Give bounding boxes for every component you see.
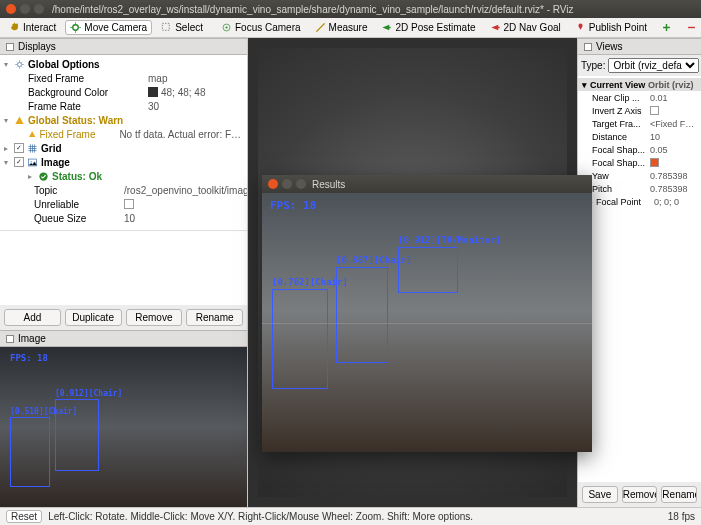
nav-goal-tool[interactable]: 2D Nav Goal — [485, 20, 566, 35]
hand-icon — [9, 22, 20, 33]
duplicate-button[interactable]: Duplicate — [65, 309, 122, 326]
interact-tool[interactable]: Interact — [4, 20, 61, 35]
results-title: Results — [312, 179, 345, 190]
window-maximize-button[interactable] — [34, 4, 44, 14]
displays-tree[interactable]: ▾Global Options Fixed Framemap Backgroun… — [0, 55, 247, 230]
views-tree[interactable]: ▾Current ViewOrbit (rviz) Near Clip ...0… — [578, 76, 701, 482]
results-minimize-button[interactable] — [282, 179, 292, 189]
ok-icon — [38, 171, 49, 182]
panel-toggle-icon — [584, 43, 592, 51]
minus-icon — [686, 22, 697, 33]
views-type-label: Type: — [581, 60, 605, 71]
pin-icon — [575, 22, 586, 33]
image-panel-view: FPS: 18 [0.912][Chair] [0.510][Chair] — [0, 347, 247, 507]
gear-icon — [14, 59, 25, 70]
grid-checkbox[interactable] — [14, 143, 24, 153]
grid-icon — [27, 143, 38, 154]
warning-icon — [14, 115, 25, 126]
svg-point-3 — [225, 26, 227, 28]
results-maximize-button[interactable] — [296, 179, 306, 189]
toolbar-add-button[interactable] — [656, 20, 677, 35]
reset-button[interactable]: Reset — [6, 510, 42, 523]
select-icon — [161, 22, 172, 33]
plus-icon — [661, 22, 672, 33]
detection-box — [272, 289, 328, 389]
image-icon — [27, 157, 38, 168]
move-camera-tool[interactable]: Move Camera — [65, 20, 152, 35]
unreliable-checkbox[interactable] — [124, 199, 134, 209]
move-camera-icon — [70, 22, 81, 33]
select-tool[interactable]: Select — [156, 20, 208, 35]
arrow-red-icon — [490, 22, 501, 33]
arrow-green-icon — [381, 22, 392, 33]
panel-toggle-icon — [6, 43, 14, 51]
window-minimize-button[interactable] — [20, 4, 30, 14]
image-panel-header[interactable]: Image — [0, 330, 247, 347]
views-type-select[interactable]: Orbit (rviz_defa — [608, 58, 699, 73]
views-save-button[interactable]: Save — [582, 486, 618, 503]
add-button[interactable]: Add — [4, 309, 61, 326]
image-checkbox[interactable] — [14, 157, 24, 167]
invert-z-checkbox[interactable] — [650, 106, 659, 115]
window-title: /home/intel/ros2_overlay_ws/install/dyna… — [52, 4, 574, 15]
status-hint: Left-Click: Rotate. Middle-Click: Move X… — [48, 511, 473, 522]
detection-box — [398, 247, 458, 293]
panel-toggle-icon — [6, 335, 14, 343]
window-close-button[interactable] — [6, 4, 16, 14]
views-remove-button[interactable]: Remove — [622, 486, 658, 503]
remove-button[interactable]: Remove — [126, 309, 183, 326]
detection-box — [10, 417, 50, 487]
displays-panel-header[interactable]: Displays — [0, 38, 247, 55]
status-fps: 18 fps — [668, 511, 695, 522]
pose-estimate-tool[interactable]: 2D Pose Estimate — [376, 20, 480, 35]
measure-tool[interactable]: Measure — [310, 20, 373, 35]
publish-point-tool[interactable]: Publish Point — [570, 20, 652, 35]
rename-button[interactable]: Rename — [186, 309, 243, 326]
warning-icon — [28, 129, 36, 140]
color-swatch[interactable] — [148, 87, 158, 97]
focal-shape-checkbox[interactable] — [650, 158, 659, 167]
svg-point-0 — [73, 25, 79, 31]
views-panel-header[interactable]: Views — [578, 38, 701, 55]
views-rename-button[interactable]: Rename — [661, 486, 697, 503]
svg-rect-1 — [163, 23, 170, 30]
focus-camera-tool[interactable]: Focus Camera — [216, 20, 306, 35]
svg-point-6 — [30, 161, 31, 162]
focus-icon — [221, 22, 232, 33]
results-close-button[interactable] — [268, 179, 278, 189]
toolbar-remove-button[interactable] — [681, 20, 701, 35]
measure-icon — [315, 22, 326, 33]
results-image: FPS: 18 [0.912][TV/Monitor] [0.887][Chai… — [262, 193, 592, 452]
table-edge — [262, 323, 592, 324]
results-window[interactable]: Results FPS: 18 [0.912][TV/Monitor] [0.8… — [262, 175, 592, 452]
svg-point-4 — [17, 62, 21, 66]
